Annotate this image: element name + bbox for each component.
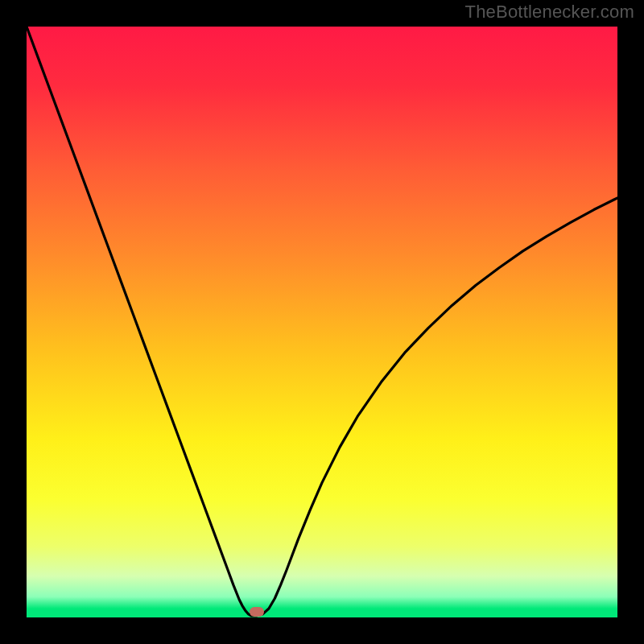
chart-container — [27, 27, 617, 617]
optimal-point-marker — [250, 607, 264, 617]
attribution-text: TheBottlenecker.com — [465, 2, 634, 23]
chart-background — [27, 27, 617, 617]
bottleneck-chart — [27, 27, 617, 617]
